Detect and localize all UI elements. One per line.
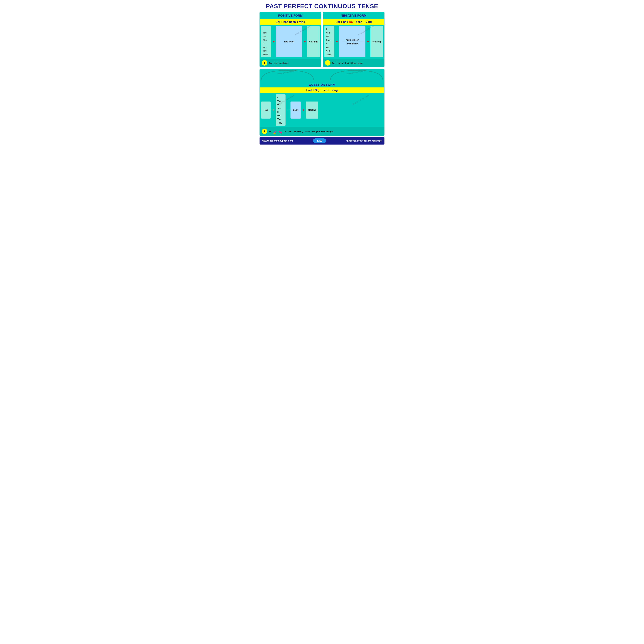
main-title: PAST PERFECT CONTINUOUS TENSE bbox=[260, 1, 384, 12]
positive-circle: + bbox=[262, 60, 267, 66]
negative-circle: − bbox=[325, 60, 330, 66]
negative-verb: had not been hadn't been bbox=[339, 26, 366, 57]
negative-formula: Sbj + had NOT been + Ving bbox=[323, 19, 384, 25]
positive-formula: Sbj + had been + Ving bbox=[260, 19, 321, 25]
question-formula: Had + Sbj + been+ Ving bbox=[260, 87, 384, 93]
question-example-label: Ex: bbox=[269, 130, 272, 133]
curved-arrows-svg bbox=[273, 128, 282, 134]
positive-verb: had been bbox=[276, 26, 302, 57]
question-example-text1: You had bbox=[283, 130, 291, 133]
question-subjects: I You He She It We You They bbox=[276, 94, 286, 126]
arch-svg: www.englishstudypage.com www.englishstud… bbox=[260, 69, 384, 80]
negative-plus2: + bbox=[366, 26, 370, 57]
negative-subjects: I You He She It We You They bbox=[324, 26, 334, 57]
watermark-question2: English Study Page bbox=[352, 94, 369, 105]
positive-plus1: + bbox=[272, 26, 275, 57]
question-plus3: + bbox=[302, 108, 305, 112]
positive-ending: starting bbox=[307, 26, 320, 57]
positive-example-text: Ex: I had been living. bbox=[269, 62, 289, 64]
negative-plus1: + bbox=[335, 26, 339, 57]
footer-left: www.englishstudypage.com bbox=[262, 140, 293, 142]
footer: www.englishstudypage.com Like facebook.c… bbox=[260, 137, 384, 145]
question-plus1: + bbox=[271, 108, 275, 112]
question-had: Had bbox=[261, 102, 271, 119]
arch-text-left: www.englishstudypage.com bbox=[277, 69, 298, 75]
arch-text-right: www.englishstudypage.com bbox=[346, 69, 367, 75]
positive-plus2: + bbox=[303, 26, 307, 57]
negative-example-bar: − Ex: I had not (hadn't) been living. bbox=[323, 59, 384, 67]
negative-ending: starting bbox=[370, 26, 383, 57]
negative-example-text: Ex: I had not (hadn't) been living. bbox=[332, 62, 363, 64]
positive-subjects: I You He She It We You They bbox=[261, 26, 271, 57]
positive-content: English Study Page I You He She It We Yo… bbox=[260, 25, 321, 59]
positive-title: POSITIVE FORM bbox=[260, 12, 321, 19]
positive-form-box: POSITIVE FORM Sbj + had been + Ving Engl… bbox=[260, 12, 321, 67]
negative-title: NEGATIVE FORM bbox=[323, 12, 384, 19]
question-circle: ? bbox=[262, 129, 267, 134]
question-form-box: www.englishstudypage.com www.englishstud… bbox=[260, 69, 384, 136]
question-plus2: + bbox=[286, 108, 290, 112]
neg-divider bbox=[341, 42, 364, 42]
dashed-arrow: −−→ bbox=[305, 130, 310, 133]
arrow-group bbox=[273, 128, 282, 134]
question-title: QUESTION FORM bbox=[260, 81, 384, 87]
like-button[interactable]: Like bbox=[313, 138, 326, 143]
negative-form-box: NEGATIVE FORM Sbj + had NOT been + Ving … bbox=[323, 12, 384, 67]
question-been: been bbox=[290, 102, 301, 119]
footer-right: facebook.com/englishstudypage bbox=[346, 140, 382, 142]
negative-content: English Study Page I You He She It We Yo… bbox=[323, 25, 384, 59]
positive-example-bar: + Ex: I had been living. bbox=[260, 59, 321, 67]
question-example-text3: Had you been living? bbox=[311, 130, 333, 133]
question-ending: starting bbox=[306, 102, 318, 119]
question-example-text2: been living. bbox=[293, 130, 304, 133]
question-content: English Study Page English Study Page Ha… bbox=[260, 93, 384, 127]
question-example-bar: ? Ex: You had been living. bbox=[260, 127, 384, 136]
